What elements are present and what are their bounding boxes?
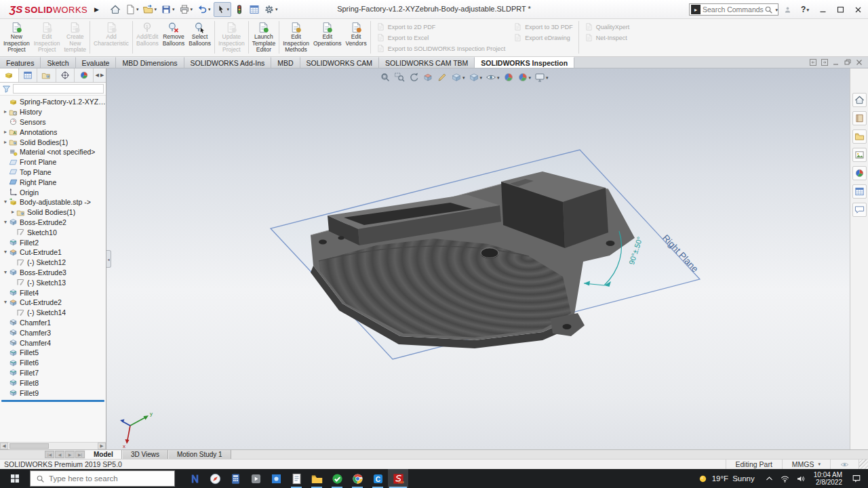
expand-icon[interactable]: ▸ xyxy=(2,129,9,135)
tab-solidworks-cam-tbm[interactable]: SOLIDWORKS CAM TBM xyxy=(379,57,475,68)
tree-item-sketch10[interactable]: Sketch10 xyxy=(0,227,106,237)
tree-item-fillet2[interactable]: Fillet2 xyxy=(0,237,106,247)
dock-right-icon[interactable] xyxy=(821,59,828,66)
print-button[interactable]: ▾ xyxy=(178,3,195,16)
tray-chevron-icon[interactable] xyxy=(762,474,777,483)
taskbar-onenote-button[interactable] xyxy=(184,469,205,488)
taskbar-calculator-button[interactable] xyxy=(225,469,245,488)
help-button[interactable]: ?▾ xyxy=(799,3,811,16)
taskpane-appearances-button[interactable] xyxy=(852,166,867,180)
minimize-button[interactable] xyxy=(816,3,829,16)
tree-item-body-adjustable-stp[interactable]: ▾Body-adjustable.stp -> xyxy=(0,197,106,207)
tree-item-fillet6[interactable]: Fillet6 xyxy=(0,358,106,368)
taskpane-home-button[interactable] xyxy=(852,93,867,107)
search-commands-input[interactable] xyxy=(703,5,764,14)
remove-balloons-button[interactable]: Remove Balloons xyxy=(161,20,187,55)
edit-vendors-button[interactable]: Edit Vendors xyxy=(344,20,369,55)
volume-icon[interactable] xyxy=(793,474,808,483)
search-type-icon[interactable]: ▸ xyxy=(691,5,701,14)
tree-item-history[interactable]: ▸History xyxy=(0,107,106,117)
panel-horizontal-scrollbar[interactable]: ◀ ▶ xyxy=(0,442,106,449)
open-caret-icon[interactable]: ▾ xyxy=(154,7,157,12)
collapse-icon[interactable]: ▾ xyxy=(2,220,9,225)
next-tab-icon[interactable]: ▶ xyxy=(65,451,75,458)
scroll-right-icon[interactable]: ▶ xyxy=(98,443,106,449)
save-button[interactable]: ▾ xyxy=(159,3,176,16)
tree-item-origin[interactable]: Origin xyxy=(0,187,106,197)
model-part[interactable] xyxy=(311,171,635,348)
tag-icon[interactable] xyxy=(830,460,859,469)
taskbar-browser-compass-button[interactable] xyxy=(205,469,225,488)
search-caret-icon[interactable]: ▾ xyxy=(775,7,778,12)
tree-item-right-plane[interactable]: Right Plane xyxy=(0,177,106,187)
display-settings-button[interactable] xyxy=(248,3,261,16)
maximize-button[interactable] xyxy=(834,3,846,16)
taskpane-forum-button[interactable] xyxy=(852,203,867,217)
doc-minimize-icon[interactable] xyxy=(833,59,840,66)
scrollbar-thumb[interactable] xyxy=(9,443,49,449)
panel-tab-display-manager[interactable] xyxy=(75,68,94,82)
tree-item-sensors[interactable]: Sensors xyxy=(0,117,106,127)
select-balloons-button[interactable]: Select Balloons xyxy=(186,20,213,55)
collapse-icon[interactable]: ▾ xyxy=(2,300,9,305)
taskpane-file-explorer-button[interactable] xyxy=(852,129,867,144)
tree-item-chamfer1[interactable]: Chamfer1 xyxy=(0,318,106,328)
taskbar-file-explorer-button[interactable] xyxy=(307,469,327,488)
model-tab-motion-study-1[interactable]: Motion Study 1 xyxy=(168,450,231,459)
tab-solidworks-cam[interactable]: SOLIDWORKS CAM xyxy=(300,57,379,68)
clock[interactable]: 10:04 AM 2/8/2022 xyxy=(808,471,848,486)
taskpane-custom-properties-button[interactable] xyxy=(852,184,867,199)
graphics-viewport[interactable]: ▾▾▾▾▾ xyxy=(106,68,850,449)
last-tab-icon[interactable]: ▶| xyxy=(75,451,85,458)
undo-button[interactable]: ▾ xyxy=(195,3,212,16)
taskbar-photos-button[interactable] xyxy=(266,469,286,488)
logo-flyout-arrow[interactable]: ▶ xyxy=(94,6,99,13)
open-button[interactable]: ▾ xyxy=(141,3,158,16)
tree-item-cut-extrude2[interactable]: ▾Cut-Extrude2 xyxy=(0,298,106,308)
tree-item-sketch13[interactable]: (-) Sketch13 xyxy=(0,277,106,287)
weather-widget[interactable]: 19°F Sunny xyxy=(691,474,762,484)
panel-splitter-handle[interactable]: ◂ xyxy=(106,250,111,268)
tab-sketch[interactable]: Sketch xyxy=(41,57,75,68)
select-caret-icon[interactable]: ▾ xyxy=(227,7,230,12)
print-caret-icon[interactable]: ▾ xyxy=(191,7,193,12)
taskbar-c-app-button[interactable] xyxy=(368,469,388,488)
tab-features[interactable]: Features xyxy=(0,57,41,68)
scroll-left-icon[interactable]: ◀ xyxy=(0,443,8,449)
home-button[interactable] xyxy=(108,3,122,16)
taskbar-antivirus-button[interactable] xyxy=(327,469,347,488)
performance-button[interactable] xyxy=(233,3,246,16)
tree-item-fillet5[interactable]: Fillet5 xyxy=(0,348,106,358)
panel-tab-dimxpert-manager[interactable] xyxy=(56,68,75,82)
start-button[interactable] xyxy=(0,469,30,488)
search-icon[interactable] xyxy=(764,5,773,14)
expand-icon[interactable]: ▸ xyxy=(9,209,16,215)
taskbar-search-box[interactable] xyxy=(30,470,175,487)
doc-close-icon[interactable] xyxy=(856,59,863,66)
select-button[interactable]: ▾ xyxy=(214,2,232,17)
taskbar-notes-button[interactable] xyxy=(286,469,307,488)
filter-funnel-icon[interactable] xyxy=(2,85,11,94)
tree-item-fillet9[interactable]: Fillet9 xyxy=(0,388,106,398)
tab-evaluate[interactable]: Evaluate xyxy=(76,57,117,68)
panel-tab-property-manager[interactable] xyxy=(19,68,38,82)
panel-tab-feature-manager[interactable] xyxy=(0,68,19,82)
collapse-icon[interactable]: ▾ xyxy=(2,199,9,205)
tree-item-chamfer3[interactable]: Chamfer3 xyxy=(0,327,106,338)
new-document-button[interactable]: ▾ xyxy=(123,3,140,16)
solidworks-logo[interactable]: ƷS SOLID WORKS xyxy=(0,3,92,15)
panel-tab-arrows[interactable]: ◀ ▶ xyxy=(94,68,106,82)
tree-item-fillet8[interactable]: Fillet8 xyxy=(0,378,106,388)
undo-caret-icon[interactable]: ▾ xyxy=(208,7,211,12)
model-tab-model[interactable]: Model xyxy=(85,450,122,459)
units-selector[interactable]: MMGS▾ xyxy=(782,460,830,469)
rollback-bar[interactable] xyxy=(1,400,104,402)
notification-center-icon[interactable] xyxy=(848,474,868,483)
expand-icon[interactable]: ▸ xyxy=(2,140,9,145)
close-button[interactable] xyxy=(852,3,864,16)
prev-tab-icon[interactable]: ◀ xyxy=(55,451,64,458)
edit-operations-button[interactable]: Edit Operations xyxy=(311,20,344,55)
save-caret-icon[interactable]: ▾ xyxy=(172,7,175,12)
dock-left-icon[interactable] xyxy=(810,59,816,66)
tree-item-sketch12[interactable]: (-) Sketch12 xyxy=(0,258,106,268)
